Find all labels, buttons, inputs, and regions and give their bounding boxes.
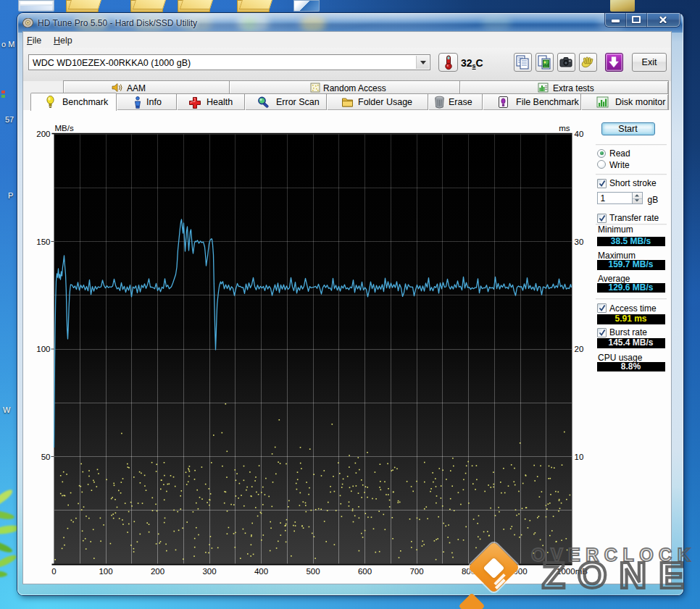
svg-text:1000mB: 1000mB: [557, 567, 588, 576]
svg-text:10: 10: [574, 453, 583, 461]
svg-text:400: 400: [254, 567, 267, 576]
svg-text:150: 150: [36, 238, 50, 246]
svg-text:300: 300: [202, 567, 216, 576]
svg-text:200: 200: [36, 130, 50, 138]
svg-text:100: 100: [36, 345, 50, 353]
svg-text:800: 800: [461, 567, 475, 576]
svg-text:100: 100: [99, 567, 112, 576]
svg-text:20: 20: [574, 345, 583, 353]
svg-text:40: 40: [574, 130, 583, 138]
svg-text:200: 200: [150, 567, 164, 576]
svg-text:0: 0: [51, 567, 56, 576]
svg-text:700: 700: [409, 567, 423, 576]
svg-text:30: 30: [574, 238, 583, 246]
svg-text:ms: ms: [559, 124, 570, 133]
svg-text:900: 900: [513, 567, 527, 576]
svg-text:MB/s: MB/s: [54, 124, 73, 133]
svg-text:500: 500: [306, 567, 320, 576]
svg-text:50: 50: [41, 453, 50, 461]
svg-text:600: 600: [357, 567, 371, 576]
